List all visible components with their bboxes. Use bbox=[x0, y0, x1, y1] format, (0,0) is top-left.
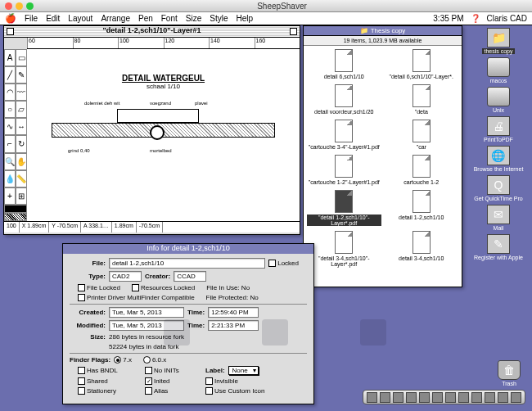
tool-polygon[interactable]: ▱ bbox=[16, 101, 27, 118]
tool-line[interactable]: ╱ bbox=[4, 66, 16, 84]
menu-pen[interactable]: Pen bbox=[138, 14, 153, 23]
menu-help[interactable]: Help bbox=[236, 14, 253, 23]
desktop-item[interactable]: macos bbox=[487, 57, 510, 84]
desktop-item[interactable]: ✉Mail bbox=[487, 205, 510, 231]
res-locked-checkbox[interactable] bbox=[132, 284, 139, 291]
tool-curve[interactable]: ∿ bbox=[4, 118, 16, 135]
finder-body[interactable]: detail 6,sch1/10"detail 6,sch1/10"-Layer… bbox=[304, 46, 462, 273]
file-item[interactable]: detail 1-2,sch1/10 bbox=[385, 190, 459, 229]
desktop-item[interactable]: Unix bbox=[487, 87, 510, 113]
inited-checkbox[interactable] bbox=[145, 377, 152, 385]
created-field[interactable]: Tue, Mar 5, 2013 bbox=[109, 307, 184, 318]
menu-style[interactable]: Style bbox=[210, 14, 228, 23]
apple-menu[interactable]: 🍎 bbox=[5, 13, 16, 24]
file-item[interactable]: detail voordeur,sch1/20 bbox=[307, 84, 381, 118]
file-item[interactable]: detail 3-4,sch1/10 bbox=[385, 231, 459, 270]
menu-layout[interactable]: Layout bbox=[68, 14, 92, 23]
tool-misc2[interactable]: ⊞ bbox=[16, 187, 27, 205]
file-field[interactable]: detail 1-2,sch1/10 bbox=[109, 258, 265, 269]
help-icon[interactable]: ❓ bbox=[471, 14, 480, 23]
tool-fillet[interactable]: ⌐ bbox=[4, 135, 16, 152]
desktop-item[interactable]: ✎Register with Apple bbox=[474, 234, 523, 260]
tool-freehand[interactable]: 〰 bbox=[16, 84, 27, 101]
tool-rotate[interactable]: ↻ bbox=[16, 135, 27, 152]
status-zoom[interactable]: 100 bbox=[4, 222, 20, 233]
menubar-app[interactable]: Claris CAD bbox=[487, 14, 527, 23]
close-button[interactable] bbox=[5, 2, 12, 10]
dock-item[interactable] bbox=[367, 392, 377, 403]
control-strip[interactable] bbox=[363, 390, 525, 404]
file-item[interactable]: "detail 6,sch1/10"-Layer*. bbox=[385, 49, 459, 83]
menu-font[interactable]: Font bbox=[161, 14, 178, 23]
tool-text[interactable]: A bbox=[4, 49, 16, 66]
dock-item[interactable] bbox=[419, 392, 430, 403]
tool-arc[interactable]: ◠ bbox=[4, 84, 16, 101]
dock-item[interactable] bbox=[406, 392, 417, 403]
file-item[interactable]: "detail 1-2,sch1/10"-Layer*.pdf bbox=[307, 190, 381, 229]
menu-edit[interactable]: Edit bbox=[46, 14, 60, 23]
file-item[interactable]: "car bbox=[385, 120, 459, 153]
custom-icon-checkbox[interactable] bbox=[205, 387, 213, 395]
finder-titlebar[interactable]: 📁 Thesis copy bbox=[304, 26, 462, 36]
tool-dropper[interactable]: 💧 bbox=[4, 170, 16, 187]
dock-item[interactable] bbox=[485, 392, 495, 403]
dock-item[interactable] bbox=[432, 392, 443, 403]
tool-dimension[interactable]: ↔ bbox=[16, 118, 27, 135]
type-field[interactable]: CAD2 bbox=[109, 271, 142, 282]
tool-misc[interactable]: + bbox=[4, 187, 16, 205]
invisible-checkbox[interactable] bbox=[205, 377, 213, 385]
stationery-checkbox[interactable] bbox=[78, 387, 85, 395]
label-select[interactable]: None bbox=[228, 366, 259, 375]
dock-item[interactable] bbox=[393, 392, 404, 403]
status-dim: 1.89cm bbox=[112, 222, 137, 233]
dock-item[interactable] bbox=[458, 392, 469, 403]
menu-size[interactable]: Size bbox=[186, 14, 201, 23]
dock-item[interactable] bbox=[445, 392, 456, 403]
creator-field[interactable]: CCAD bbox=[174, 271, 206, 282]
desktop-item[interactable]: 🖨PrintToPDF bbox=[484, 116, 513, 142]
file-item[interactable]: "deta bbox=[385, 84, 459, 118]
tool-pencil[interactable]: ✎ bbox=[16, 66, 27, 84]
tool-select[interactable]: ▭ bbox=[16, 49, 27, 66]
v7-radio[interactable] bbox=[114, 356, 121, 364]
trash[interactable]: 🗑 Trash bbox=[498, 360, 521, 386]
bndl-checkbox[interactable] bbox=[78, 367, 85, 374]
tool-pattern[interactable] bbox=[4, 205, 27, 213]
alias-checkbox[interactable] bbox=[145, 387, 152, 395]
file-item[interactable]: "cartouche 3-4"-Layer#1.pdf bbox=[307, 120, 381, 153]
tool-measure[interactable]: 📏 bbox=[16, 170, 27, 187]
cad-canvas[interactable]: DETAIL WATERGEUL schaal 1/10 dolemiet de… bbox=[27, 49, 300, 221]
desktop-item[interactable]: 🌐Browse the Internet bbox=[474, 146, 524, 172]
menu-arrange[interactable]: Arrange bbox=[101, 14, 130, 23]
printer-checkbox[interactable] bbox=[78, 294, 85, 301]
tool-hand[interactable]: ✋ bbox=[16, 153, 27, 170]
file-item[interactable]: "cartouche 1-2"-Layer#1.pdf bbox=[307, 155, 381, 188]
minimize-button[interactable] bbox=[16, 2, 23, 10]
modified-time-field[interactable]: 2:21:33 PM bbox=[208, 320, 259, 331]
desktop-item[interactable]: QGet QuickTime Pro bbox=[474, 175, 522, 201]
shared-checkbox[interactable] bbox=[78, 377, 85, 385]
created-time-field[interactable]: 12:59:40 PM bbox=[208, 307, 259, 318]
info-title[interactable]: Info for detail 1-2,sch1/10 bbox=[63, 244, 313, 254]
inits-checkbox[interactable] bbox=[145, 367, 152, 374]
window-zoom-box[interactable] bbox=[290, 28, 297, 35]
desktop-item[interactable]: 📁thesis copy bbox=[482, 28, 514, 54]
dock-item[interactable] bbox=[498, 392, 508, 403]
dock-item[interactable] bbox=[471, 392, 482, 403]
zoom-button[interactable] bbox=[26, 2, 34, 10]
file-locked-checkbox[interactable] bbox=[78, 284, 85, 291]
cad-titlebar[interactable]: "detail 1-2,sch1/10"-Layer#1 bbox=[4, 26, 300, 38]
file-item[interactable]: detail 6,sch1/10 bbox=[307, 49, 381, 83]
dock-item[interactable] bbox=[380, 392, 390, 403]
file-item[interactable]: cartouche 1-2 bbox=[385, 155, 459, 188]
dock-item[interactable] bbox=[511, 392, 521, 403]
tool-fill[interactable] bbox=[4, 213, 27, 221]
file-item[interactable]: "detail 3-4,sch1/10"-Layer*.pdf bbox=[307, 231, 381, 270]
v6-radio[interactable] bbox=[143, 356, 151, 364]
cad-label: voegzand bbox=[150, 101, 171, 106]
tool-zoom[interactable]: 🔍 bbox=[4, 153, 16, 170]
menu-file[interactable]: File bbox=[25, 14, 38, 23]
tool-circle[interactable]: ○ bbox=[4, 101, 16, 118]
window-close-box[interactable] bbox=[7, 28, 14, 35]
locked-checkbox[interactable] bbox=[268, 260, 276, 267]
